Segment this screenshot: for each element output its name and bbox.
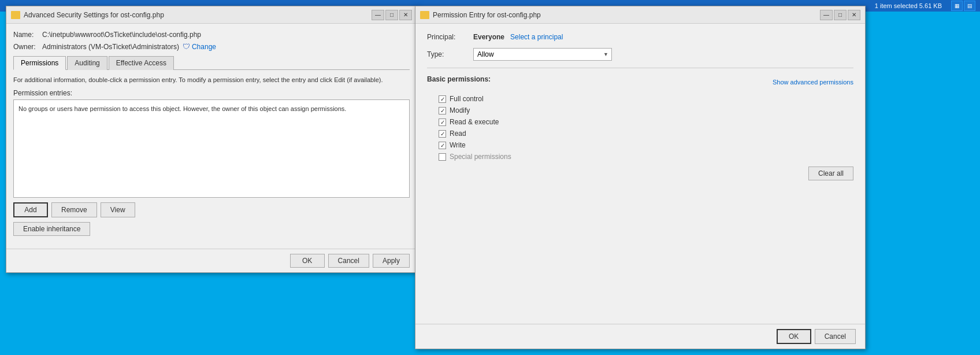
perm-row-read: Read xyxy=(439,130,853,138)
permissions-section: Basic permissions: Show advanced permiss… xyxy=(427,75,853,180)
dialog-permission-entry: Permission Entry for ost-config.php — □ … xyxy=(415,6,866,349)
name-label: Name: xyxy=(13,31,42,39)
tab-effective-access[interactable]: Effective Access xyxy=(109,56,174,70)
perm-row-write: Write xyxy=(439,141,853,149)
pe-dialog-title: Permission Entry for ost-config.php xyxy=(433,11,541,19)
permission-empty-text: No groups or users have permission to ac… xyxy=(18,105,346,112)
pe-maximize-button[interactable]: □ xyxy=(834,10,847,20)
permission-entries-label: Permission entries: xyxy=(13,89,410,97)
advanced-dialog-title: Advanced Security Settings for ost-confi… xyxy=(24,11,164,19)
permission-buttons: Add Remove View xyxy=(13,202,410,217)
apply-button[interactable]: Apply xyxy=(373,254,410,268)
tab-permissions[interactable]: Permissions xyxy=(13,56,66,70)
perm-row-read-execute: Read & execute xyxy=(439,118,853,126)
pe-titlebar: Permission Entry for ost-config.php — □ … xyxy=(415,6,865,24)
perm-row-full-control: Full control xyxy=(439,95,853,103)
principal-label: Principal: xyxy=(427,33,473,41)
change-link[interactable]: Change xyxy=(192,43,216,51)
pe-cancel-button[interactable]: Cancel xyxy=(815,329,856,344)
pe-titlebar-controls: — □ ✕ xyxy=(820,10,860,20)
pe-footer: OK Cancel xyxy=(415,324,865,349)
shield-icon: 🛡 xyxy=(183,42,190,51)
owner-label: Owner: xyxy=(13,43,42,51)
name-value: C:\inetpub\wwwroot\OsTicket\include\ost-… xyxy=(42,31,201,39)
inheritance-row: Enable inheritance xyxy=(13,222,410,236)
checkbox-full-control[interactable] xyxy=(439,95,446,103)
name-row: Name: C:\inetpub\wwwroot\OsTicket\includ… xyxy=(13,31,410,39)
maximize-button[interactable]: □ xyxy=(385,10,398,20)
pe-divider xyxy=(427,68,853,68)
owner-value: Administrators (VM-OsTicket\Administrato… xyxy=(42,43,179,51)
label-modify: Modify xyxy=(450,106,470,114)
label-write: Write xyxy=(450,141,466,149)
advanced-dialog-body: Name: C:\inetpub\wwwroot\OsTicket\includ… xyxy=(6,24,417,249)
type-select-wrapper: Allow Deny xyxy=(473,48,612,61)
label-full-control: Full control xyxy=(450,95,484,103)
type-label: Type: xyxy=(427,50,473,58)
type-select[interactable]: Allow Deny xyxy=(473,48,612,61)
folder-icon xyxy=(11,11,20,19)
close-button[interactable]: ✕ xyxy=(399,10,412,20)
add-button[interactable]: Add xyxy=(13,202,48,217)
principal-row: Principal: Everyone Select a principal xyxy=(427,33,853,41)
pe-body: Principal: Everyone Select a principal T… xyxy=(415,24,865,190)
titlebar-controls: — □ ✕ xyxy=(372,10,412,20)
tabs-container: Permissions Auditing Effective Access xyxy=(13,56,410,70)
perm-row-special: Special permissions xyxy=(439,153,853,161)
advanced-dialog-footer: OK Cancel Apply xyxy=(6,249,417,272)
titlebar-left: Advanced Security Settings for ost-confi… xyxy=(11,11,164,19)
permission-list-box: No groups or users have permission to ac… xyxy=(13,99,410,198)
checkbox-read[interactable] xyxy=(439,130,446,138)
tab-auditing[interactable]: Auditing xyxy=(67,56,107,70)
perm-row-modify: Modify xyxy=(439,106,853,114)
pe-ok-button[interactable]: OK xyxy=(777,329,811,344)
dialog-advanced-security: Advanced Security Settings for ost-confi… xyxy=(6,6,417,273)
show-advanced-link[interactable]: Show advanced permissions xyxy=(773,79,853,86)
pe-titlebar-left: Permission Entry for ost-config.php xyxy=(420,11,541,19)
view-icon-2[interactable]: ▤ xyxy=(964,1,975,11)
enable-inheritance-button[interactable]: Enable inheritance xyxy=(13,222,90,236)
principal-value: Everyone xyxy=(473,33,504,41)
owner-row: Owner: Administrators (VM-OsTicket\Admin… xyxy=(13,42,410,51)
view-button[interactable]: View xyxy=(101,202,135,217)
hint-text: For additional information, double-click… xyxy=(13,76,410,84)
checkbox-modify[interactable] xyxy=(439,107,446,114)
checkbox-special[interactable] xyxy=(439,153,446,161)
pe-minimize-button[interactable]: — xyxy=(820,10,833,20)
view-icons: ▦ ▤ xyxy=(951,1,975,11)
selection-info: 1 item selected 5.61 KB xyxy=(875,2,942,9)
select-principal-link[interactable]: Select a principal xyxy=(510,33,563,41)
basic-permissions-title: Basic permissions: xyxy=(427,75,491,83)
tab-permissions-content: For additional information, double-click… xyxy=(13,70,410,242)
pe-close-button[interactable]: ✕ xyxy=(848,10,860,20)
cancel-button[interactable]: Cancel xyxy=(328,254,369,268)
clear-btn-row: Clear all xyxy=(427,167,853,180)
label-read-execute: Read & execute xyxy=(450,118,499,126)
label-read: Read xyxy=(450,130,466,138)
clear-all-button[interactable]: Clear all xyxy=(808,167,853,180)
pe-folder-icon xyxy=(420,11,429,19)
type-row: Type: Allow Deny xyxy=(427,48,853,61)
checkbox-write[interactable] xyxy=(439,142,446,149)
remove-button[interactable]: Remove xyxy=(51,202,97,217)
label-special: Special permissions xyxy=(450,153,511,161)
checkbox-read-execute[interactable] xyxy=(439,119,446,126)
ok-button[interactable]: OK xyxy=(290,254,325,268)
advanced-dialog-titlebar: Advanced Security Settings for ost-confi… xyxy=(6,6,417,24)
minimize-button[interactable]: — xyxy=(372,10,384,20)
view-icon-1[interactable]: ▦ xyxy=(951,1,963,11)
